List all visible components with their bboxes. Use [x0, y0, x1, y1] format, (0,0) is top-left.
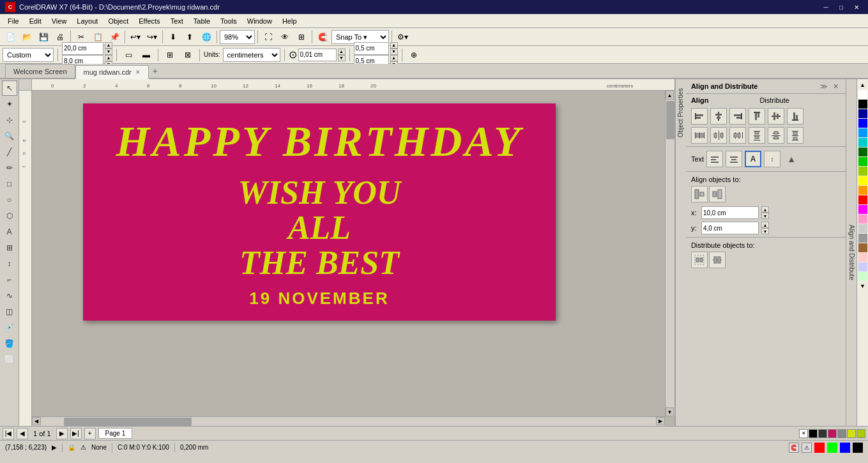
align-obj-btn1[interactable]	[691, 186, 708, 202]
page-tab-1[interactable]: Page 1	[98, 428, 133, 439]
nudge2-spinner[interactable]: ▲ ▼	[390, 42, 398, 55]
undo-button[interactable]: ↩▾	[128, 29, 143, 45]
text-align-btn3[interactable]: A	[745, 151, 761, 167]
menu-help[interactable]: Help	[277, 16, 302, 26]
panel-expand-btn[interactable]: ≫	[819, 81, 829, 91]
page-options-btn[interactable]: ⊞	[162, 47, 178, 63]
tb2-extra-btn[interactable]: ⊕	[406, 47, 422, 63]
tool-blend[interactable]: ∿	[2, 288, 17, 303]
tool-smart-draw[interactable]: ✏	[2, 160, 17, 176]
dist-center-h[interactable]	[710, 127, 727, 144]
open-button[interactable]: 📂	[19, 29, 34, 45]
tool-eyedropper[interactable]: 💉	[2, 320, 17, 335]
color-swatch-yellow[interactable]	[858, 176, 867, 185]
dist-left[interactable]	[691, 127, 708, 144]
cbar-olive[interactable]	[847, 429, 856, 438]
units-dropdown[interactable]: centimeters inches millimeters	[223, 48, 280, 62]
menu-window[interactable]: Window	[242, 16, 277, 26]
color-swatch-pink[interactable]	[858, 215, 867, 224]
preset-dropdown[interactable]: Custom	[3, 48, 54, 62]
tool-table[interactable]: ⊞	[2, 240, 17, 255]
h-scrollbar[interactable]: ◀ ▶	[32, 416, 665, 426]
v-scroll-thumb[interactable]	[666, 101, 674, 139]
close-button[interactable]: ✕	[850, 2, 863, 12]
snap-btn[interactable]: 🧲	[315, 29, 330, 45]
color-swatch-gray[interactable]	[858, 234, 867, 243]
cbar-black[interactable]	[809, 429, 818, 438]
publish-button[interactable]: 🌐	[199, 29, 214, 45]
align-distribute-side-panel[interactable]: Align and Distribute	[846, 79, 857, 426]
text-align-btn2[interactable]	[726, 151, 742, 167]
color-swatch-brown[interactable]	[858, 243, 867, 252]
portrait-btn[interactable]: ▭	[121, 47, 136, 63]
nudge2-input[interactable]	[354, 42, 389, 55]
h-scroll-right[interactable]: ▶	[656, 417, 665, 425]
h-scroll-left[interactable]: ◀	[32, 417, 41, 425]
tool-fill[interactable]: 🪣	[2, 336, 17, 351]
color-swatch-green-dark[interactable]	[858, 148, 867, 156]
color-swatch-blue[interactable]	[858, 119, 867, 128]
tool-text[interactable]: A	[2, 224, 17, 239]
menu-table[interactable]: Table	[188, 16, 215, 26]
page-first-btn[interactable]: |◀	[3, 428, 14, 439]
cbar-gray[interactable]	[837, 429, 846, 438]
tool-crop[interactable]: ⊹	[2, 112, 17, 128]
coord-x-spinner[interactable]: ▲ ▼	[761, 206, 769, 219]
nudge-spinner[interactable]: ▲ ▼	[338, 49, 346, 61]
dist-bottom[interactable]	[787, 127, 803, 144]
width-input[interactable]	[62, 42, 103, 55]
color-panel-down[interactable]: ▼	[858, 282, 867, 291]
tool-connector[interactable]: ⌐	[2, 272, 17, 287]
cbar-yellow-green2[interactable]	[857, 429, 865, 438]
align-obj-btn2[interactable]	[709, 186, 726, 202]
text-align-btn4[interactable]: ↕	[764, 151, 780, 167]
menu-file[interactable]: File	[3, 16, 24, 26]
align-right[interactable]	[729, 108, 746, 125]
cbar-none[interactable]: ✕	[799, 429, 808, 438]
view-mgr-btn[interactable]: 👁	[277, 29, 293, 45]
tool-polygon[interactable]: ⬡	[2, 208, 17, 224]
color-swatch-teal[interactable]	[858, 138, 867, 147]
color-swatch-green[interactable]	[858, 157, 867, 166]
menu-edit[interactable]: Edit	[24, 16, 47, 26]
page-prev-btn[interactable]: ◀	[17, 428, 28, 439]
export-button[interactable]: ⬆	[182, 29, 197, 45]
nudge-input[interactable]	[298, 49, 337, 61]
panel-close-btn[interactable]: ✕	[830, 81, 841, 91]
menu-view[interactable]: View	[47, 16, 72, 26]
redo-button[interactable]: ↪▾	[144, 29, 160, 45]
page-add-btn[interactable]: +	[84, 428, 96, 439]
save-button[interactable]: 💾	[36, 29, 51, 45]
color-swatch-light-green[interactable]	[858, 272, 867, 281]
dist-right[interactable]	[729, 127, 746, 144]
color-swatch-magenta[interactable]	[858, 205, 867, 214]
landscape-btn[interactable]: ▬	[139, 47, 154, 63]
tool-transparency[interactable]: ◫	[2, 304, 17, 319]
color-swatch-black[interactable]	[858, 100, 867, 109]
color-swatch-pink2[interactable]	[858, 253, 867, 262]
width-spinner[interactable]: ▲ ▼	[105, 42, 112, 55]
zoom-dropdown[interactable]: 98% 100% 75% 50%	[220, 30, 255, 44]
tool-outline[interactable]: ⬜	[2, 352, 17, 367]
menu-text[interactable]: Text	[165, 16, 188, 26]
cbar-magenta-dark[interactable]	[828, 429, 837, 438]
add-tab-button[interactable]: +	[149, 64, 162, 78]
coord-x-input[interactable]	[701, 206, 759, 219]
tool-node[interactable]: ✦	[2, 96, 17, 112]
minimize-button[interactable]: ─	[819, 2, 832, 12]
tool-ellipse[interactable]: ○	[2, 192, 17, 208]
page-sort-btn[interactable]: ⊞	[294, 29, 309, 45]
text-align-btn1[interactable]	[706, 151, 723, 167]
dist-obj-btn2[interactable]	[709, 252, 726, 268]
color-swatch-orange[interactable]	[858, 186, 867, 195]
coord-y-input[interactable]	[701, 222, 759, 234]
align-center-h[interactable]	[710, 108, 727, 125]
page-last-btn[interactable]: ▶|	[70, 428, 82, 439]
align-distribute-side-label[interactable]: Align and Distribute	[847, 218, 857, 287]
color-swatch-white[interactable]	[858, 90, 867, 99]
text-expand-btn[interactable]: ▲	[783, 151, 800, 167]
color-swatch-light-gray[interactable]	[858, 224, 867, 233]
color-swatch-blue-dark[interactable]	[858, 109, 867, 118]
dist-center-v[interactable]	[768, 127, 784, 144]
status-snap-btn[interactable]: 🧲	[789, 443, 799, 453]
